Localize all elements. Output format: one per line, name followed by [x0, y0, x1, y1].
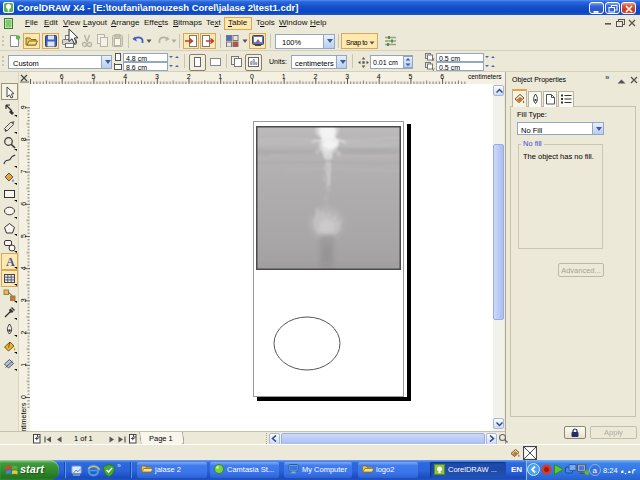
svg-text:1: 1 [218, 73, 222, 80]
svg-text:9: 9 [20, 105, 27, 109]
svg-text:1: 1 [282, 73, 286, 80]
svg-text:5: 5 [92, 73, 96, 80]
svg-text:6: 6 [440, 73, 444, 80]
svg-text:0: 0 [20, 395, 27, 399]
svg-text:x: x [432, 56, 435, 61]
svg-text:centimeters: centimeters [468, 73, 502, 80]
svg-text:1: 1 [20, 363, 27, 367]
svg-text:7: 7 [20, 170, 27, 174]
svg-text:5: 5 [409, 73, 413, 80]
svg-text:2: 2 [187, 73, 191, 80]
svg-text:3: 3 [20, 298, 27, 302]
svg-text:5: 5 [20, 234, 27, 238]
svg-text:2: 2 [313, 73, 317, 80]
svg-text:4: 4 [123, 73, 127, 80]
svg-text:y: y [432, 66, 435, 71]
svg-text:3: 3 [155, 73, 159, 80]
svg-text:a: a [593, 466, 598, 475]
svg-text:centimeters: centimeters [20, 402, 27, 431]
svg-text:2: 2 [20, 331, 27, 335]
svg-text:A: A [6, 255, 15, 269]
svg-text:8: 8 [20, 137, 27, 141]
svg-text:3: 3 [345, 73, 349, 80]
svg-text:6: 6 [20, 202, 27, 206]
svg-text:0: 0 [250, 73, 254, 80]
svg-text:6: 6 [60, 73, 64, 80]
svg-text:4: 4 [20, 266, 27, 270]
svg-text:4: 4 [377, 73, 381, 80]
